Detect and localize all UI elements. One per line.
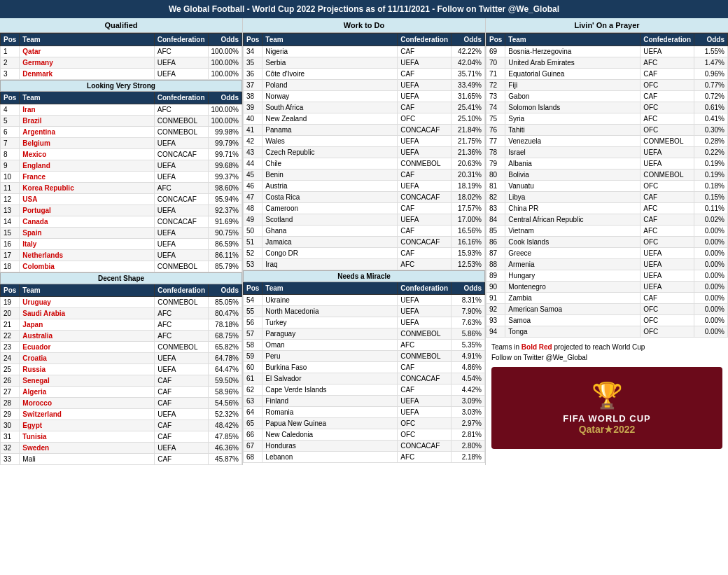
col-team-q: Team	[20, 34, 154, 46]
confederation: UEFA	[398, 295, 451, 306]
odds: 5.35%	[451, 340, 485, 351]
confederation: CONCACAF	[154, 194, 208, 205]
team-name: Saudi Arabia	[20, 308, 155, 319]
table-row: 5	[1, 116, 20, 127]
odds: 7.63%	[451, 317, 485, 328]
odds: 0.00%	[694, 226, 728, 237]
odds: 0.15%	[694, 192, 728, 203]
team-name: Argentina	[20, 127, 154, 138]
table-row: 1	[1, 46, 20, 57]
odds: 35.71%	[451, 69, 485, 80]
odds: 0.00%	[694, 237, 728, 248]
confederation: CONMEBOL	[154, 127, 208, 138]
confederation: UEFA	[398, 407, 451, 418]
table-row: 79	[486, 158, 505, 169]
confederation: AFC	[640, 226, 694, 237]
team-name: Spain	[20, 228, 154, 239]
table-row: 7	[1, 138, 20, 149]
confederation: UEFA	[154, 250, 208, 261]
confederation: UEFA	[155, 353, 209, 364]
table-row: 66	[244, 429, 262, 441]
confederation: UEFA	[398, 306, 451, 317]
odds: 95.94%	[208, 194, 241, 205]
team-name: Gabon	[505, 91, 640, 102]
team-name: Ghana	[262, 226, 398, 237]
table-row: 92	[486, 304, 505, 315]
odds: 0.41%	[694, 113, 728, 125]
table-row: 29	[1, 409, 20, 420]
confederation: CONMEBOL	[155, 342, 209, 353]
team-name: New Zealand	[262, 113, 398, 125]
odds: 3.03%	[451, 407, 485, 418]
right-column: Livin' On a Prayer Pos Team Confederatio…	[486, 18, 728, 465]
team-name: Papua New Guinea	[262, 418, 398, 429]
team-name: Wales	[262, 136, 398, 147]
odds: 99.71%	[208, 149, 241, 160]
team-name: Netherlands	[20, 250, 154, 261]
confederation: UEFA	[154, 57, 208, 69]
table-row: 10	[1, 172, 20, 183]
team-name: Montenegro	[505, 282, 640, 293]
odds: 0.00%	[694, 282, 728, 293]
odds: 99.68%	[208, 160, 241, 172]
team-name: Uruguay	[20, 297, 155, 308]
odds: 86.11%	[208, 250, 241, 261]
odds: 45.87%	[209, 454, 242, 465]
confederation: OFC	[640, 125, 694, 136]
odds: 92.37%	[208, 205, 241, 216]
wtd-header: Work to Do	[243, 18, 485, 33]
confederation: OFC	[640, 80, 694, 91]
team-name: Tahiti	[505, 125, 640, 136]
odds: 17.57%	[451, 203, 485, 214]
team-name: Brazil	[20, 116, 154, 127]
confederation: CONCACAF	[398, 237, 451, 248]
odds: 2.80%	[451, 441, 485, 452]
confederation: CAF	[398, 69, 451, 80]
team-name: USA	[20, 194, 154, 205]
confederation: AFC	[155, 319, 209, 331]
team-name: Bosnia-Herzegovina	[505, 46, 640, 57]
odds: 42.22%	[451, 46, 485, 57]
team-name: Syria	[505, 113, 640, 125]
odds: 99.79%	[208, 138, 241, 149]
trophy-icon: 🏆	[498, 381, 715, 410]
team-name: Belgium	[20, 138, 154, 149]
table-row: 61	[244, 373, 262, 385]
confederation: UEFA	[155, 364, 209, 375]
odds: 58.96%	[209, 387, 242, 398]
confederation: UEFA	[154, 160, 208, 172]
table-row: 53	[244, 259, 262, 270]
confederation: CAF	[398, 385, 451, 396]
col-conf-lvs: Confederation	[154, 92, 208, 104]
confederation: UEFA	[398, 80, 451, 91]
odds: 20.31%	[451, 169, 485, 181]
team-name: Korea Republic	[20, 183, 154, 194]
odds: 0.28%	[694, 136, 728, 147]
table-row: 56	[244, 317, 262, 328]
team-name: Equatorial Guinea	[505, 69, 640, 80]
table-row: 34	[244, 46, 262, 57]
team-name: Australia	[20, 331, 155, 342]
confederation: UEFA	[640, 282, 694, 293]
confederation: CAF	[640, 69, 694, 80]
confederation: UEFA	[398, 181, 451, 192]
table-row: 11	[1, 183, 20, 194]
team-name: Turkey	[262, 317, 398, 328]
confederation: OFC	[640, 181, 694, 192]
ds-table: Decent Shape Pos Team Confederation Odds…	[0, 272, 242, 465]
team-name: Panama	[262, 125, 398, 136]
odds: 47.85%	[209, 431, 242, 443]
table-row: 19	[1, 297, 20, 308]
fifa-logo: 🏆 FIFA WORLD CUP Qatar★2022	[491, 367, 722, 449]
table-row: 43	[244, 147, 262, 158]
odds: 0.22%	[694, 147, 728, 158]
odds: 15.93%	[451, 248, 485, 259]
team-name: Armenia	[505, 259, 640, 270]
confederation: OFC	[640, 237, 694, 248]
table-row: 6	[1, 127, 20, 138]
table-row: 25	[1, 364, 20, 375]
odds: 59.50%	[209, 375, 242, 387]
header: We Global Football - World Cup 2022 Proj…	[0, 0, 728, 18]
team-name: Poland	[262, 80, 398, 91]
odds: 4.54%	[451, 373, 485, 385]
